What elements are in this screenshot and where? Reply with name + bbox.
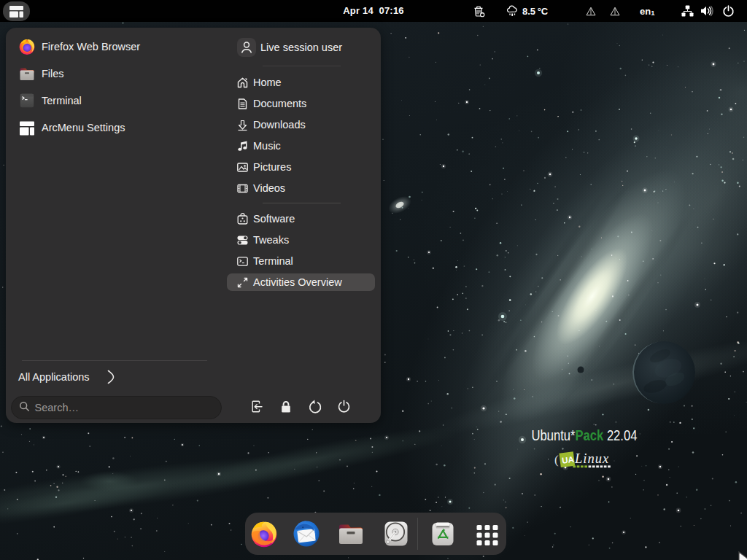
svg-text:(: ( bbox=[554, 453, 559, 467]
svg-text:UA: UA bbox=[561, 455, 574, 465]
svg-text:Linux: Linux bbox=[574, 451, 609, 466]
